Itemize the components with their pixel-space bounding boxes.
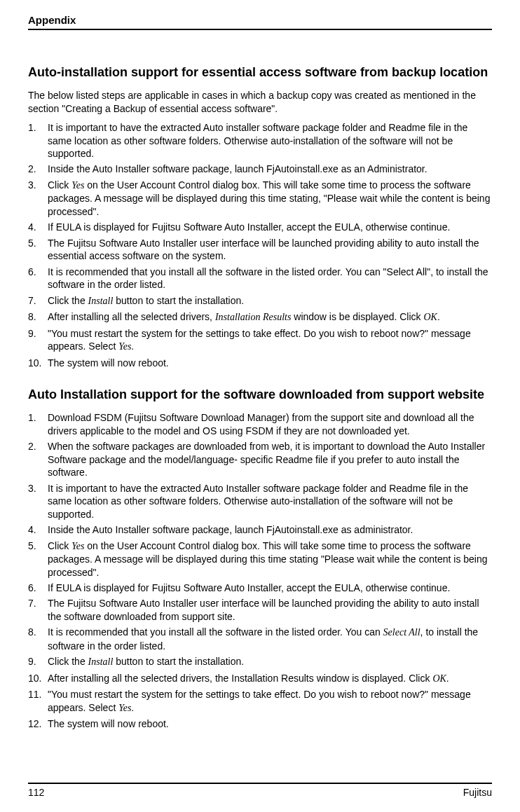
list-item: Inside the Auto Installer software packa… xyxy=(28,523,492,536)
list-item: It is recommended that you install all t… xyxy=(28,626,492,652)
italic-term: Install xyxy=(88,296,114,306)
header-rule xyxy=(28,29,492,30)
list-item: It is important to have the extracted Au… xyxy=(28,482,492,521)
section1-heading: Auto-installation support for essential … xyxy=(28,64,492,81)
page-number: 112 xyxy=(28,787,44,798)
list-item: It is important to have the extracted Au… xyxy=(28,121,492,160)
italic-term: Yes xyxy=(71,541,84,551)
section1-intro: The below listed steps are applicable in… xyxy=(28,89,492,116)
list-item: The Fujitsu Software Auto Installer user… xyxy=(28,237,492,263)
italic-term: Select All xyxy=(383,627,420,638)
list-item: If EULA is displayed for Fujitsu Softwar… xyxy=(28,221,492,233)
italic-term: Install xyxy=(88,656,114,667)
list-item: When the software packages are downloade… xyxy=(28,440,492,479)
list-item: Click the Install button to start the in… xyxy=(28,655,492,668)
header-title: Appendix xyxy=(28,14,492,26)
list-item: After installing all the selected driver… xyxy=(28,672,492,685)
list-item: The Fujitsu Software Auto Installer user… xyxy=(28,597,492,623)
footer-rule xyxy=(28,783,492,784)
list-item: The system will now reboot. xyxy=(28,717,492,730)
list-item: Inside the Auto Installer software packa… xyxy=(28,163,492,175)
section1-list: It is important to have the extracted Au… xyxy=(28,121,492,369)
section2-list: Download FSDM (Fujitsu Software Download… xyxy=(28,411,492,730)
list-item: Click Yes on the User Account Control di… xyxy=(28,539,492,579)
list-item: If EULA is displayed for Fujitsu Softwar… xyxy=(28,582,492,594)
list-item: The system will now reboot. xyxy=(28,357,492,369)
list-item: "You must restart the system for the set… xyxy=(28,688,492,715)
italic-term: OK xyxy=(432,673,446,684)
italic-term: Yes xyxy=(118,341,131,352)
italic-term: Installation Results xyxy=(215,312,292,322)
list-item: Click Yes on the User Account Control di… xyxy=(28,179,492,218)
list-item: "You must restart the system for the set… xyxy=(28,327,492,354)
italic-term: OK xyxy=(423,312,437,322)
list-item: Click the Install button to start the in… xyxy=(28,294,492,308)
footer: 112 Fujitsu xyxy=(28,783,492,798)
list-item: After installing all the selected driver… xyxy=(28,310,492,324)
list-item: It is recommended that you install all t… xyxy=(28,266,492,291)
footer-brand: Fujitsu xyxy=(463,787,492,798)
list-item: Download FSDM (Fujitsu Software Download… xyxy=(28,411,492,437)
italic-term: Yes xyxy=(71,180,84,191)
italic-term: Yes xyxy=(118,703,131,713)
section2-heading: Auto Installation support for the softwa… xyxy=(28,386,492,403)
